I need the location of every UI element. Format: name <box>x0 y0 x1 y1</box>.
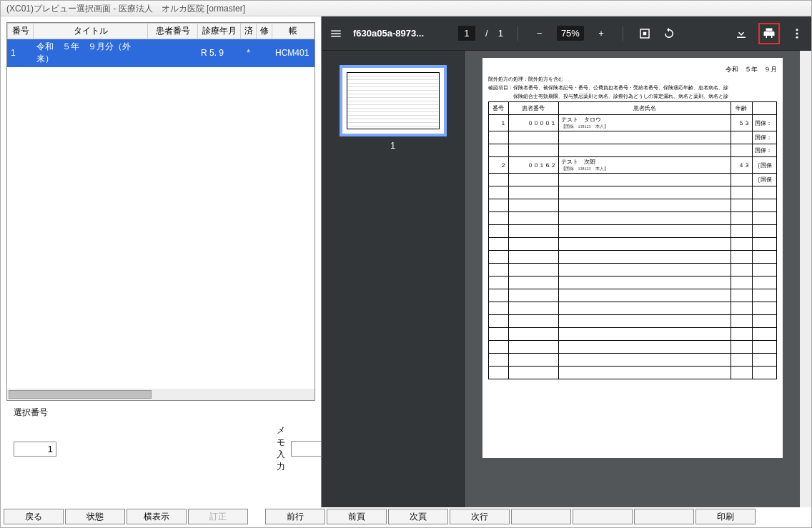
svg-rect-1 <box>643 31 647 35</box>
doc-note2: 確認項目：保険者番号、被保険者記号・番号、公費負担者番号・受給者番号、保険適応年… <box>488 84 777 91</box>
thumbnail-pane: 1 <box>322 51 465 507</box>
doc-row <box>488 354 776 367</box>
prevpage-button[interactable]: 前頁 <box>327 509 387 524</box>
pdf-toolbar: f630a05a-8973... / 1 − 75% + <box>322 16 811 51</box>
col-edit: 修 <box>257 24 272 39</box>
zoom-out-icon[interactable]: − <box>533 26 547 41</box>
cell-pno <box>148 39 198 67</box>
download-icon[interactable] <box>734 26 748 41</box>
memo-label: メモ入力 <box>277 424 285 473</box>
col-patientno: 患者番号 <box>148 24 198 39</box>
status-button[interactable]: 状態 <box>65 509 125 524</box>
svg-point-2 <box>796 29 798 31</box>
cell-set: * <box>241 39 257 67</box>
dcol-name: 患者氏名 <box>558 102 731 115</box>
correct-button[interactable]: 訂正 <box>188 509 248 524</box>
list-row[interactable]: 1 令和 ５年 ９月分（外来） R 5. 9 * HCM401 <box>8 39 315 67</box>
doc-note3: 保険組合士有効期限、投与禁忌薬剤と病名、診療行為どうしの算定漏れ、病名と薬剤、病… <box>488 93 777 100</box>
bottom-buttons: 戻る 状態 横表示 訂正 前行 前頁 次頁 次行 印刷 <box>1 507 811 527</box>
cell-no: 1 <box>8 39 34 67</box>
cell-form: HCM401 <box>272 39 315 67</box>
page-total: 1 <box>498 28 503 39</box>
nextrow-button[interactable]: 次行 <box>450 509 510 524</box>
empty-button-3[interactable] <box>634 509 694 524</box>
doc-row: ２００１６２テスト 次朗【国保 138123 本人】４３［国保 <box>488 157 776 174</box>
cell-title: 令和 ５年 ９月分（外来） <box>34 39 148 67</box>
document-pane[interactable]: 令和 ５年 ９月 院外処方の処理：院外処方を含む 確認項目：保険者番号、被保険者… <box>465 51 800 507</box>
doc-note1: 院外処方の処理：院外処方を含む <box>488 76 777 83</box>
col-settled: 済 <box>241 24 257 39</box>
fit-page-icon[interactable] <box>638 26 652 41</box>
doc-row <box>488 302 776 315</box>
list-hscroll[interactable] <box>7 389 315 400</box>
print-icon[interactable] <box>762 26 776 41</box>
zoom-value[interactable]: 75% <box>557 26 584 41</box>
doc-row: 国保： <box>488 131 776 144</box>
pdf-filename: f630a05a-8973... <box>353 28 424 39</box>
doc-row <box>488 264 776 277</box>
print-highlight <box>758 23 780 44</box>
thumbnail-label: 1 <box>390 141 395 151</box>
select-no-input[interactable] <box>14 442 56 457</box>
col-no: 番号 <box>8 24 34 39</box>
rotate-icon[interactable] <box>662 26 676 41</box>
menu-icon[interactable] <box>329 26 343 41</box>
cell-ym: R 5. 9 <box>198 39 241 67</box>
preview-list[interactable]: 番号 タイトル 患者番号 診療年月 済 修 帳 1 令和 ５年 ９月分（外来） <box>6 22 315 401</box>
page-current-input[interactable] <box>458 26 475 41</box>
doc-row <box>488 238 776 251</box>
window-title: (XC01)プレビュー選択画面 - 医療法人 オルカ医院 [ormaster] <box>1 1 811 16</box>
doc-row <box>488 251 776 264</box>
dcol-pno: 患者番号 <box>508 102 558 115</box>
doc-row <box>488 328 776 341</box>
select-no-label: 選択番号 <box>14 407 48 419</box>
doc-row <box>488 277 776 289</box>
doc-date: 令和 ５年 ９月 <box>488 65 777 74</box>
doc-row <box>488 289 776 302</box>
pdf-page: 令和 ５年 ９月 院外処方の処理：院外処方を含む 確認項目：保険者番号、被保険者… <box>482 58 783 458</box>
print-button[interactable]: 印刷 <box>695 509 756 524</box>
doc-row <box>488 225 776 238</box>
horiz-button[interactable]: 横表示 <box>127 509 187 524</box>
doc-row: 国保： <box>488 144 776 157</box>
doc-row <box>488 199 776 212</box>
empty-button-2[interactable] <box>573 509 633 524</box>
nextpage-button[interactable]: 次頁 <box>388 509 448 524</box>
doc-row <box>488 341 776 354</box>
col-form: 帳 <box>272 24 315 39</box>
doc-row <box>488 186 776 199</box>
empty-button-1[interactable] <box>511 509 571 524</box>
back-button[interactable]: 戻る <box>4 509 64 524</box>
dcol-ins <box>752 102 776 115</box>
col-ym: 診療年月 <box>198 24 241 39</box>
doc-row: １００００１テスト タロウ【国保 138123 本人】５３国保： <box>488 115 776 131</box>
svg-point-4 <box>796 36 798 38</box>
more-icon[interactable] <box>790 26 804 41</box>
page-sep: / <box>485 28 488 39</box>
svg-point-3 <box>796 32 798 34</box>
cell-edit <box>257 39 272 67</box>
doc-row: ［国保 <box>488 174 776 186</box>
doc-row <box>488 367 776 379</box>
dcol-no: 番号 <box>488 102 508 115</box>
dcol-age: 年齢 <box>731 102 752 115</box>
zoom-in-icon[interactable]: + <box>594 26 608 41</box>
prevrow-button[interactable]: 前行 <box>265 509 325 524</box>
doc-vscroll[interactable] <box>800 51 811 507</box>
doc-row <box>488 315 776 328</box>
col-title: タイトル <box>34 24 148 39</box>
doc-row <box>488 212 776 225</box>
thumbnail-1[interactable] <box>340 65 447 136</box>
